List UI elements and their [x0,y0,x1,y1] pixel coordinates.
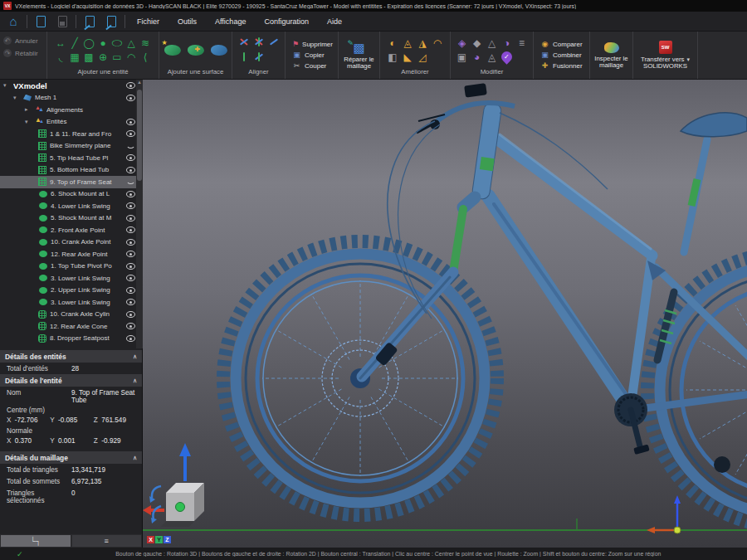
extend-icon[interactable]: ◕ [474,52,480,62]
entity-item[interactable]: 6. Shock Mount at L [0,188,143,201]
smooth-boundary-icon[interactable]: ◠ [433,38,442,48]
mesh-grid-tool-icon[interactable]: ▩ [84,52,93,62]
line-tool-icon[interactable]: ╱ [71,38,77,48]
collapse-caret-icon[interactable]: ∧ [133,377,137,384]
planes-tool-icon[interactable]: ≋ [141,38,149,48]
fix-triangles-icon[interactable]: ◬ [403,38,411,48]
visibility-eye-icon[interactable] [125,322,136,330]
align-surface-icon[interactable] [268,37,280,48]
tree-node-mesh[interactable]: ▾ Mesh 1 [0,92,143,105]
menu-aide[interactable]: Aide [320,15,349,28]
menu-affichage[interactable]: Affichage [208,15,252,28]
entity-item[interactable]: 1 & 11. Rear and Fro [0,128,143,140]
align-axes-icon[interactable] [253,37,265,48]
menu-configuration[interactable]: Configuration [257,15,315,28]
entity-item-selected[interactable]: 9. Top of Frame Seat [0,176,143,188]
entity-item[interactable]: 10. Crank Axle Cylin [0,309,143,321]
visibility-eye-icon[interactable] [125,226,136,234]
manual-surface-icon[interactable] [188,45,204,56]
point-tool-icon[interactable]: ● [100,38,105,48]
cone-tool-icon[interactable]: △ [127,38,134,48]
remesh-icon[interactable]: ◈ [458,38,466,48]
entity-item[interactable]: 1. Top Tube Pivot Po [0,261,143,273]
visibility-eye-icon[interactable] [125,190,136,198]
collapse-caret-icon[interactable]: ∧ [133,353,137,360]
save-session-icon[interactable] [103,14,120,29]
boundary-icon[interactable]: △ [488,38,496,48]
entity-item[interactable]: 8. Dropper Seatpost [0,333,143,345]
visibility-eye-icon[interactable] [125,310,136,319]
combine-button[interactable]: ▣ Combiner [539,51,584,60]
visibility-eye-closed-icon[interactable] [125,142,136,150]
visibility-eye-icon[interactable] [125,262,136,270]
entity-item[interactable]: 12. Rear Axle Point [0,248,143,261]
rectangle-tool-icon[interactable]: ▭ [112,52,121,62]
visibility-eye-icon[interactable] [125,334,136,343]
copy-button[interactable]: ▣ Copier [290,51,333,60]
visibility-eye-icon[interactable] [125,81,136,90]
visibility-eye-icon[interactable] [125,202,136,210]
expand-caret-icon[interactable]: ▾ [13,95,20,101]
edit-boundary-icon[interactable]: ◬ [488,52,496,62]
orientation-cube[interactable] [143,443,204,527]
scroll-up-icon[interactable]: ▲ [136,80,143,85]
tree-scrollbar[interactable]: ▲ [136,80,143,348]
entity-item[interactable]: Bike Simmetry plane [0,140,143,153]
visibility-eye-icon[interactable] [125,250,136,258]
align-entities-icon[interactable] [238,37,250,48]
arc-tool-icon[interactable]: ◟ [59,52,63,62]
home-icon[interactable]: ⌂ [5,14,22,29]
add-triangles-icon[interactable]: ◮ [418,38,426,48]
expand-caret-icon[interactable]: ▾ [25,119,32,125]
tree-node-entities[interactable]: ▾ Entités [0,116,143,129]
ellipse-tool-icon[interactable]: ◯ [111,40,122,46]
visibility-eye-icon[interactable] [125,129,136,138]
align-pin-icon[interactable] [238,51,250,63]
compare-button[interactable]: ◉ Comparer [539,40,584,49]
visibility-eye-icon[interactable] [125,286,136,295]
visibility-eye-icon[interactable] [125,238,136,246]
open-session-icon[interactable] [81,14,98,29]
slice-icon[interactable]: ≡ [519,38,525,48]
viewport-3d[interactable]: X Y Z [143,80,747,548]
collapse-caret-icon[interactable]: ∧ [133,455,137,461]
entity-item[interactable]: 2. Upper Link Swing [0,285,143,297]
entity-item[interactable]: 5. Shock Mount at M [0,212,143,225]
mirror-icon[interactable]: ◑ [504,38,510,48]
tree-node-alignments[interactable]: ▸ Alignements [0,104,143,116]
polyline-tool-icon[interactable]: ⟨ [144,52,148,62]
extract-icon[interactable]: ▣ [457,52,466,62]
menu-outils[interactable]: Outils [171,15,203,28]
tree-node-vxmodel[interactable]: ▾ VXmodel [0,80,143,92]
visibility-eye-closed-icon[interactable] [125,178,136,186]
entity-item[interactable]: 10. Crank Axle Point [0,236,143,249]
align-grid-icon[interactable] [253,51,265,63]
mesh-details-header[interactable]: Détails du maillage ∧ [0,451,142,464]
tab-list-view[interactable]: ≡ [72,535,142,547]
waterproof-icon[interactable]: ✓ [499,49,514,64]
redo-button[interactable]: ↷ Rétablir [3,49,43,57]
smooth-mesh-icon[interactable]: ◣ [403,52,411,62]
decimate-icon[interactable]: ◿ [418,52,426,62]
merge-button[interactable]: ✚ Fusionner [539,61,584,71]
resurface-icon[interactable] [211,45,227,56]
visibility-eye-icon[interactable] [125,153,136,162]
new-document-icon[interactable] [32,14,49,29]
visibility-eye-icon[interactable] [125,118,136,126]
offset-icon[interactable]: ◆ [473,38,481,48]
auto-surface-icon[interactable] [164,45,181,56]
menu-fichier[interactable]: Fichier [130,15,166,28]
undo-button[interactable]: ↶ Annuler [3,37,43,45]
delete-button[interactable]: ⚑ Supprimer [290,40,333,49]
slot-tool-icon[interactable]: ◠ [127,52,135,62]
entity-item[interactable]: 3. Lower Link Swing [0,296,143,309]
entity-item[interactable]: 5. Bottom Head Tub [0,164,143,177]
entities-details-header[interactable]: Détails des entités ∧ [0,350,142,363]
fill-hole-icon[interactable]: ◐ [389,38,395,48]
cut-button[interactable]: ✂ Couper [290,61,333,71]
expand-caret-icon[interactable]: ▾ [3,82,10,89]
visibility-eye-icon[interactable] [125,274,136,282]
entity-item[interactable]: 5. Tip Head Tube Pl [0,152,143,164]
circle-tool-icon[interactable]: ◯ [83,38,94,48]
entity-item[interactable]: 2. Front Axle Point [0,224,143,236]
